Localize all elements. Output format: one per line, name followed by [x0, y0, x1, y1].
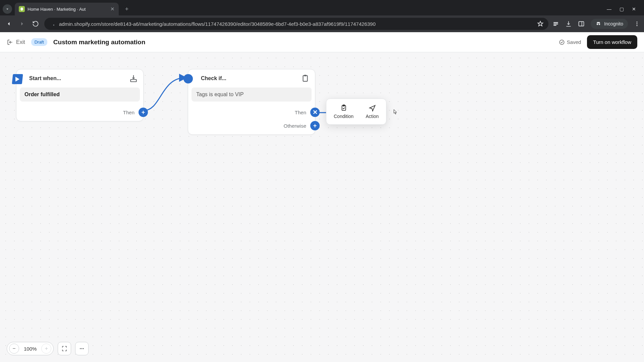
forward-button[interactable] [17, 19, 27, 28]
new-tab-button[interactable]: + [122, 6, 131, 13]
zoom-value: 100% [20, 346, 41, 352]
turn-on-workflow-button[interactable]: Turn on workflow [587, 35, 637, 49]
add-step-popover: Condition Action [326, 99, 386, 125]
reload-button[interactable] [31, 19, 40, 28]
check-circle-icon [559, 39, 565, 45]
trigger-event: Order fulfilled [20, 87, 140, 102]
popover-action-label: Action [366, 114, 379, 119]
url-box[interactable]: admin.shopify.com/store/de8143-a6/market… [44, 18, 548, 30]
clipboard-check-icon [340, 104, 347, 112]
svg-point-0 [53, 24, 54, 25]
maximize-icon[interactable]: ▢ [620, 6, 624, 12]
svg-point-3 [597, 23, 598, 25]
condition-then-label: Then [295, 110, 306, 115]
svg-rect-9 [130, 79, 136, 82]
condition-title: Check if... [201, 75, 297, 81]
zoom-in-button[interactable]: + [41, 344, 51, 354]
condition-rule: Tags is equal to VIP [192, 87, 312, 102]
incognito-label: Incognito [604, 21, 623, 26]
import-icon[interactable] [129, 74, 138, 83]
zoom-out-button[interactable]: − [9, 344, 19, 354]
popover-condition-label: Condition [334, 114, 354, 119]
tab-search-dropdown[interactable] [3, 4, 12, 14]
browser-chrome: Home Haven · Marketing · Aut ✕ + — ▢ ✕ a… [0, 0, 644, 32]
condition-otherwise-add-button[interactable]: + [310, 121, 320, 130]
clipboard-icon[interactable] [301, 74, 310, 83]
exit-button[interactable]: Exit [7, 39, 25, 46]
saved-status: Saved [559, 39, 581, 45]
more-options-button[interactable] [75, 342, 89, 355]
svg-point-6 [637, 23, 638, 24]
app-header: Exit Draft Custom marketing automation S… [0, 32, 644, 52]
condition-otherwise-label: Otherwise [283, 123, 306, 129]
trigger-add-button[interactable]: + [139, 108, 148, 117]
tab-title: Home Haven · Marketing · Aut [28, 7, 108, 12]
tab-close-icon[interactable]: ✕ [110, 6, 115, 12]
incognito-icon [595, 21, 601, 27]
svg-point-8 [559, 40, 564, 45]
condition-node[interactable]: Check if... Tags is equal to VIP Then ✕ … [188, 69, 315, 135]
fit-view-icon [61, 346, 67, 352]
svg-rect-11 [304, 75, 307, 76]
window-controls: — ▢ ✕ [607, 6, 641, 12]
minimize-icon[interactable]: — [607, 6, 611, 12]
saved-label: Saved [567, 39, 581, 45]
send-icon [369, 104, 376, 112]
exit-label: Exit [16, 39, 25, 45]
condition-badge-icon [183, 74, 193, 83]
address-bar: admin.shopify.com/store/de8143-a6/market… [0, 15, 644, 32]
trigger-badge-icon [12, 74, 23, 84]
url-text: admin.shopify.com/store/de8143-a6/market… [59, 21, 533, 27]
download-icon[interactable] [565, 20, 572, 27]
draft-badge: Draft [31, 38, 47, 46]
side-panel-icon[interactable] [578, 20, 585, 27]
exit-icon [7, 39, 13, 46]
svg-rect-1 [579, 21, 584, 26]
zoom-control: − 100% + [7, 342, 54, 355]
svg-point-5 [637, 21, 638, 22]
toolbar-right: Incognito [552, 19, 640, 29]
svg-point-4 [599, 23, 600, 25]
fit-view-button[interactable] [58, 342, 71, 355]
popover-condition-option[interactable]: Condition [328, 102, 360, 121]
site-settings-icon[interactable] [49, 21, 55, 27]
kebab-menu-icon[interactable] [634, 21, 640, 27]
canvas-footer: − 100% + [7, 342, 89, 355]
trigger-then-label: Then [123, 110, 135, 115]
chevron-down-icon [5, 7, 10, 11]
cursor-pointer-icon [391, 109, 398, 116]
svg-point-17 [83, 348, 84, 349]
trigger-title: Start when... [29, 75, 125, 81]
shopify-favicon-icon [19, 6, 25, 12]
page-title: Custom marketing automation [53, 39, 145, 46]
condition-then-cancel-button[interactable]: ✕ [310, 108, 320, 117]
trigger-node[interactable]: Start when... Order fulfilled Then + [16, 69, 144, 121]
workflow-canvas[interactable]: Start when... Order fulfilled Then + Che… [0, 52, 644, 362]
browser-tab[interactable]: Home Haven · Marketing · Aut ✕ [15, 3, 119, 15]
svg-point-7 [637, 25, 638, 26]
back-button[interactable] [4, 19, 13, 28]
tab-strip: Home Haven · Marketing · Aut ✕ + — ▢ ✕ [0, 0, 644, 15]
svg-rect-10 [303, 75, 308, 81]
bookmark-star-icon[interactable] [537, 20, 544, 27]
svg-rect-14 [343, 105, 345, 106]
incognito-indicator[interactable]: Incognito [591, 19, 628, 29]
svg-point-15 [80, 348, 81, 349]
popover-action-option[interactable]: Action [360, 102, 385, 121]
more-horizontal-icon [79, 346, 85, 352]
svg-point-16 [82, 348, 83, 349]
media-control-icon[interactable] [552, 20, 559, 27]
close-window-icon[interactable]: ✕ [632, 6, 636, 12]
